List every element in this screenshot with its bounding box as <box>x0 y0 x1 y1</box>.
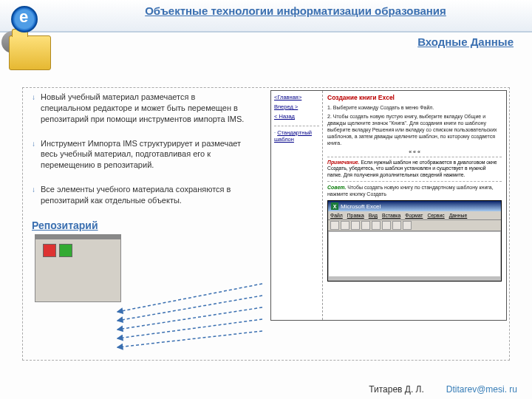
menu-insert[interactable]: Вставка <box>382 213 400 218</box>
tip-label: Совет. <box>327 185 346 190</box>
nav-template: · Стандартный шаблон <box>274 126 319 143</box>
browser-screenshot: <Главная> Вперед > < Назад · Стандартный… <box>270 90 507 321</box>
repository-heading: Репозитарий <box>32 219 246 231</box>
divider: « « « <box>327 149 502 154</box>
tb-print-icon[interactable] <box>361 221 370 230</box>
content-frame: Новый учебный материал размечается в спе… <box>22 87 510 361</box>
bullet-2: Инструмент Импорта IMS структурирует и р… <box>32 138 246 171</box>
excel-titlebar: X Microsoft Excel <box>328 201 501 211</box>
menu-format[interactable]: Формат <box>405 213 423 218</box>
note-label: Примечание. <box>327 160 360 165</box>
excel-icon: X <box>331 202 338 210</box>
step-2: 2. Чтобы создать новую пустую книгу, выб… <box>327 113 502 146</box>
menu-view[interactable]: Вид <box>369 213 378 218</box>
excel-menubar: Файл Правка Вид Вставка Формат Сервис Да… <box>328 211 501 220</box>
nav-home[interactable]: <Главная> <box>274 94 319 100</box>
tb-cut-icon[interactable] <box>372 221 381 230</box>
author-name: Титарев Д. Л. <box>369 384 424 395</box>
window-titlebar <box>35 235 120 239</box>
doc-title: Создание книги Excel <box>327 94 502 101</box>
tb-copy-icon[interactable] <box>382 221 391 230</box>
author-email: Dtitarev@mesi. ru <box>446 384 517 395</box>
repo-obj-red <box>43 244 56 257</box>
repository-window <box>35 234 121 302</box>
bullet-list: Новый учебный материал размечается в спе… <box>32 92 246 302</box>
excel-app-name: Microsoft Excel <box>341 203 381 210</box>
tb-paste-icon[interactable] <box>392 221 401 230</box>
menu-edit[interactable]: Правка <box>347 213 364 218</box>
bullet-1: Новый учебный материал размечается в спе… <box>32 92 246 125</box>
tb-new-icon[interactable] <box>330 221 339 230</box>
tip-block: Совет. Чтобы создать новую книгу по стан… <box>327 184 502 197</box>
page-title: Объектные технологии информатизации обра… <box>66 4 525 17</box>
excel-toolbar <box>328 220 501 231</box>
menu-data[interactable]: Данные <box>449 213 468 218</box>
excel-grid <box>329 232 500 276</box>
excel-window: X Microsoft Excel Файл Правка Вид Вставк… <box>327 200 502 282</box>
nav-sidebar: <Главная> Вперед > < Назад · Стандартный… <box>271 91 323 320</box>
bullet-3: Все элементы учебного материала сохраняю… <box>32 184 246 206</box>
folder-icon <box>9 35 51 70</box>
nav-back[interactable]: < Назад <box>274 113 319 120</box>
footer: Титарев Д. Л. Dtitarev@mesi. ru <box>369 384 517 395</box>
tb-save-icon[interactable] <box>351 221 360 230</box>
menu-file[interactable]: Файл <box>330 213 343 218</box>
nav-forward[interactable]: Вперед > <box>274 103 319 110</box>
menu-tools[interactable]: Сервис <box>427 213 444 218</box>
repo-obj-green <box>59 244 72 257</box>
ie-logo-icon <box>11 6 38 33</box>
tb-open-icon[interactable] <box>341 221 349 230</box>
tb-undo-icon[interactable] <box>403 221 412 230</box>
doc-body: Создание книги Excel 1. Выберите команду… <box>323 91 506 320</box>
note-block: Примечание. Если нужный шаблон не отобра… <box>327 157 502 182</box>
step-1: 1. Выберите команду Создать в меню Файл. <box>327 104 502 111</box>
page-subtitle: Входные Данные <box>0 33 532 48</box>
header: Объектные технологии информатизации обра… <box>0 0 532 33</box>
